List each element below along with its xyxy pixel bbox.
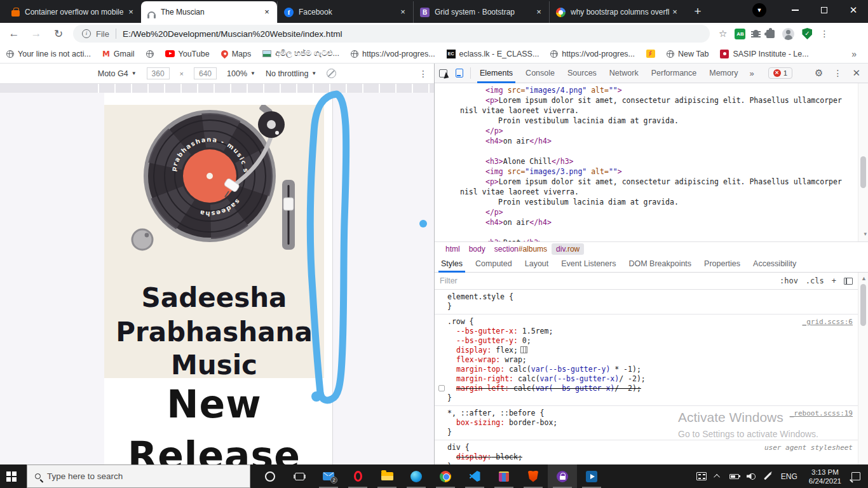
taskbar-icon-mail[interactable]: 2: [314, 464, 343, 488]
css-rule[interactable]: element.style {}: [435, 290, 858, 315]
tab-search-icon[interactable]: ▼: [752, 3, 766, 17]
stylesheet-source-link[interactable]: _grid.scss:6: [803, 317, 853, 327]
taskbar-icon-brave[interactable]: [519, 464, 548, 488]
code-line[interactable]: nisl vitae laoreet viverra.: [435, 105, 858, 116]
taskbar-icon-explorer[interactable]: [372, 464, 402, 488]
taskbar-search-box[interactable]: Type here to search: [27, 464, 250, 488]
code-line[interactable]: <p>Lorem ipsum dolor sit amet, consectet…: [435, 177, 858, 187]
scrollbar-thumb[interactable]: [860, 156, 866, 188]
bug-extension-icon[interactable]: [753, 30, 759, 37]
bookmark-item[interactable]: Your line is not acti...: [6, 50, 91, 58]
toggle-hover-state-button[interactable]: :hov: [780, 276, 798, 285]
pen-icon[interactable]: [759, 464, 776, 488]
scrollbar-thumb[interactable]: [860, 284, 866, 326]
css-property[interactable]: display: block;: [447, 452, 853, 462]
code-line[interactable]: <img src="images/3.png" alt="">: [435, 166, 858, 177]
styles-tab-properties[interactable]: Properties: [698, 255, 747, 273]
url-bar[interactable]: i File E:/Web%20Development/Muscian%20We…: [73, 25, 710, 43]
taskbar-clock[interactable]: 3:13 PM 6/24/2021: [803, 468, 848, 485]
breadcrumb-item[interactable]: div.row: [552, 243, 584, 255]
stylesheet-source-link[interactable]: user agent stylesheet: [764, 443, 853, 452]
bookmark-item[interactable]: [146, 50, 154, 58]
css-property[interactable]: --bs-gutter-y: 0;: [447, 336, 853, 346]
bookmark-item[interactable]: SASIP Institute - Le...: [720, 50, 808, 58]
action-center-icon[interactable]: [851, 472, 860, 480]
maximize-button[interactable]: [810, 1, 839, 20]
styles-scrollbar[interactable]: ▲: [858, 273, 868, 464]
emulated-webpage[interactable]: prabhashana - music studio sadeesha: [104, 93, 333, 464]
flex-badge-icon[interactable]: [520, 346, 527, 353]
styles-filter-input[interactable]: Filter: [440, 276, 772, 285]
viewport-height-input[interactable]: 640: [194, 67, 217, 79]
taskbar-icon-opera[interactable]: [343, 464, 372, 488]
taskbar-icon-taskview[interactable]: [285, 464, 314, 488]
css-property[interactable]: display: flex;: [447, 346, 853, 355]
tray-expand-chevron[interactable]: [710, 464, 726, 488]
bookmark-item[interactable]: [646, 50, 655, 58]
css-property[interactable]: --bs-gutter-x: 1.5rem;: [447, 327, 853, 336]
css-property[interactable]: box-sizing: border-box;: [447, 418, 853, 428]
zoom-select[interactable]: 100%▼: [227, 69, 255, 78]
devtools-tab-sources[interactable]: Sources: [561, 64, 603, 83]
code-line[interactable]: [435, 227, 858, 238]
devtools-tab-network[interactable]: Network: [603, 64, 645, 83]
tab-close-icon[interactable]: ×: [670, 7, 680, 17]
styles-tab-accessibility[interactable]: Accessibility: [747, 255, 803, 273]
device-toolbar-menu-icon[interactable]: ⋮: [419, 69, 428, 79]
property-checkbox[interactable]: [438, 385, 445, 391]
start-button[interactable]: [0, 464, 27, 488]
language-indicator[interactable]: ENG: [776, 472, 803, 481]
scroll-down-arrow[interactable]: ▾: [864, 231, 867, 237]
news-widget-icon[interactable]: [693, 464, 710, 488]
code-line[interactable]: Proin vestibulum lacinia diam at gravida…: [435, 197, 858, 207]
bookmark-item[interactable]: YouTube: [165, 50, 210, 58]
extensions-puzzle-icon[interactable]: [766, 30, 775, 38]
adblock-extension-icon[interactable]: AB: [735, 29, 745, 39]
devtools-tab-elements[interactable]: Elements: [473, 64, 519, 83]
breadcrumb-item[interactable]: section#albums: [490, 243, 552, 255]
bookmark-item[interactable]: ECeclass.lk - E_CLASS...: [447, 50, 539, 58]
minimize-button[interactable]: [780, 1, 810, 20]
bookmarks-overflow-chevron[interactable]: »: [851, 49, 862, 59]
code-line[interactable]: <h4>on air</h4>: [435, 136, 858, 146]
code-line[interactable]: </p>: [435, 126, 858, 136]
browser-tab[interactable]: Container overflow on mobile×: [5, 1, 141, 23]
breadcrumb-item[interactable]: body: [465, 243, 490, 255]
tab-close-icon[interactable]: ×: [126, 7, 136, 17]
more-panels-chevron[interactable]: »: [744, 69, 759, 78]
browser-tab[interactable]: why bootstrap columns overfl×: [549, 1, 685, 23]
styles-tab-dom-breakpoints[interactable]: DOM Breakpoints: [622, 255, 698, 273]
reload-button[interactable]: ↻: [50, 25, 67, 42]
bookmark-item[interactable]: New Tab: [667, 50, 709, 58]
code-line[interactable]: <h4>on air</h4>: [435, 217, 858, 227]
code-line[interactable]: <img src="images/4.png" alt="">: [435, 85, 858, 95]
bookmark-item[interactable]: අමිල හජ්ම ගැටළු...: [262, 49, 339, 58]
url-text[interactable]: E:/Web%20Development/Muscian%20Website/i…: [123, 29, 342, 39]
taskbar-icon-chrome[interactable]: [431, 464, 460, 488]
styles-tab-event-listeners[interactable]: Event Listeners: [555, 255, 622, 273]
tab-close-icon[interactable]: ×: [262, 7, 272, 17]
profile-avatar[interactable]: [782, 28, 794, 40]
forward-button[interactable]: →: [28, 25, 44, 42]
css-property[interactable]: margin-right: calc(var(--bs-gutter-x)/ -…: [447, 374, 853, 384]
css-property[interactable]: flex-wrap: wrap;: [447, 355, 853, 365]
code-line[interactable]: nisl vitae laoreet viverra.: [435, 187, 858, 197]
new-tab-button[interactable]: +: [689, 3, 707, 21]
taskbar-icon-winrar[interactable]: [489, 464, 519, 488]
back-button[interactable]: ←: [6, 25, 22, 42]
styles-tab-layout[interactable]: Layout: [519, 255, 555, 273]
taskbar-icon-epic[interactable]: [548, 464, 577, 488]
bookmark-item[interactable]: Maps: [221, 50, 252, 58]
throttling-select[interactable]: No throttling▼: [266, 69, 316, 78]
scroll-up-arrow[interactable]: ▲: [861, 275, 867, 281]
sidebar-layout-icon[interactable]: [844, 278, 853, 285]
elements-scrollbar[interactable]: ▾: [858, 83, 868, 241]
code-line[interactable]: [435, 146, 858, 156]
code-line[interactable]: <h3>Alone Chill</h3>: [435, 156, 858, 166]
page-info-icon[interactable]: i: [82, 29, 91, 38]
bookmark-star-icon[interactable]: ☆: [719, 28, 727, 39]
css-rule[interactable]: .row {_grid.scss:6--bs-gutter-x: 1.5rem;…: [435, 315, 858, 406]
new-style-rule-button[interactable]: +: [832, 276, 836, 285]
browser-menu-icon[interactable]: ⋮: [820, 29, 829, 39]
elements-tree[interactable]: <img src="images/4.png" alt=""><p>Lorem …: [435, 83, 858, 241]
